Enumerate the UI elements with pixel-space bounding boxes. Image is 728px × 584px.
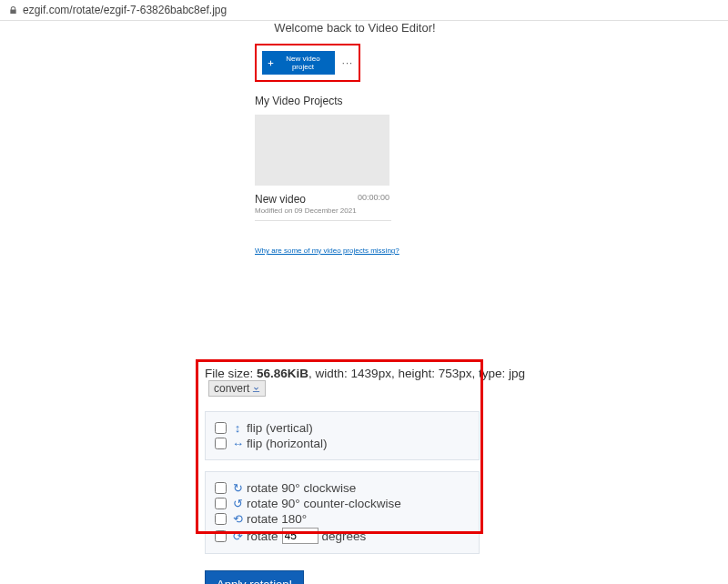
screenshot-preview: Welcome back to Video Editor! New video …: [255, 21, 455, 256]
new-project-label: New video project: [277, 55, 329, 71]
rotate-180-checkbox[interactable]: [215, 513, 227, 525]
project-card[interactable]: New video 00:00:00 Modified on 09 Decemb…: [255, 115, 391, 221]
flip-vertical-icon: ↕: [232, 421, 243, 435]
rotate-90ccw-row[interactable]: ↺ rotate 90° counter-clockwise: [215, 497, 470, 510]
flip-horizontal-icon: ↔: [232, 437, 243, 450]
project-modified: Modified on 09 December 2021: [255, 206, 391, 215]
project-duration: 00:00:00: [358, 193, 389, 206]
url-text[interactable]: ezgif.com/rotate/ezgif-7-63826babc8ef.jp…: [23, 0, 227, 20]
section-title: My Video Projects: [255, 95, 455, 107]
rotate-90cw-row[interactable]: ↻ rotate 90° clockwise: [215, 481, 470, 495]
rotate-180-label: rotate 180°: [247, 512, 307, 526]
new-video-project-button[interactable]: New video project: [262, 51, 335, 75]
file-meta: File size: 56.86KiB, width: 1439px, heig…: [205, 367, 569, 397]
file-type-label: , type:: [471, 367, 509, 380]
file-height: 753px: [439, 367, 472, 380]
rotate-90cw-checkbox[interactable]: [215, 482, 227, 494]
rotate-custom-suffix: degrees: [322, 529, 367, 543]
download-icon: [252, 385, 260, 393]
more-button[interactable]: ···: [342, 57, 353, 68]
flip-vertical-checkbox[interactable]: [215, 422, 227, 434]
file-width-label: , width:: [308, 367, 351, 380]
missing-projects-link[interactable]: Why are some of my video projects missin…: [255, 247, 399, 255]
plus-icon: [268, 60, 274, 66]
rotate-cw-icon: ↻: [232, 481, 243, 495]
file-type: jpg: [509, 367, 525, 380]
rotate-custom-row[interactable]: ⟳ rotate degrees: [215, 528, 470, 544]
rotate-custom-prefix: rotate: [247, 529, 278, 543]
file-size-label: File size:: [205, 367, 257, 380]
rotate-90cw-label: rotate 90° clockwise: [247, 481, 356, 495]
rotate-180-row[interactable]: ⟲ rotate 180°: [215, 512, 470, 526]
flip-panel: ↕ flip (vertical) ↔ flip (horizontal): [205, 411, 480, 460]
flip-vertical-row[interactable]: ↕ flip (vertical): [215, 421, 470, 435]
highlight-box-new-project: New video project ···: [255, 44, 360, 82]
rotate-180-icon: ⟲: [232, 512, 243, 526]
address-bar: ezgif.com/rotate/ezgif-7-63826babc8ef.jp…: [0, 0, 728, 21]
project-name: New video: [255, 193, 306, 206]
project-thumbnail: [255, 115, 389, 186]
page-body: Welcome back to Video Editor! New video …: [0, 21, 728, 584]
flip-horizontal-checkbox[interactable]: [215, 438, 227, 449]
convert-button[interactable]: convert: [208, 380, 266, 397]
flip-horizontal-row[interactable]: ↔ flip (horizontal): [215, 437, 470, 450]
welcome-text: Welcome back to Video Editor!: [255, 21, 455, 35]
file-height-label: , height:: [391, 367, 439, 380]
lock-icon: [9, 6, 17, 15]
file-width: 1439px: [351, 367, 391, 380]
rotate-custom-checkbox[interactable]: [215, 530, 227, 542]
rotate-controls: File size: 56.86KiB, width: 1439px, heig…: [205, 367, 569, 584]
rotate-panel: ↻ rotate 90° clockwise ↺ rotate 90° coun…: [205, 471, 480, 554]
rotate-90ccw-label: rotate 90° counter-clockwise: [247, 497, 401, 510]
convert-label: convert: [214, 382, 249, 395]
flip-vertical-label: flip (vertical): [247, 421, 313, 435]
refresh-icon: ⟳: [232, 529, 243, 543]
apply-rotation-button[interactable]: Apply rotation!: [205, 570, 304, 584]
rotate-degrees-input[interactable]: [282, 528, 318, 544]
rotate-90ccw-checkbox[interactable]: [215, 498, 227, 509]
file-size: 56.86KiB: [257, 367, 308, 380]
flip-horizontal-label: flip (horizontal): [247, 437, 328, 450]
rotate-ccw-icon: ↺: [232, 497, 243, 510]
